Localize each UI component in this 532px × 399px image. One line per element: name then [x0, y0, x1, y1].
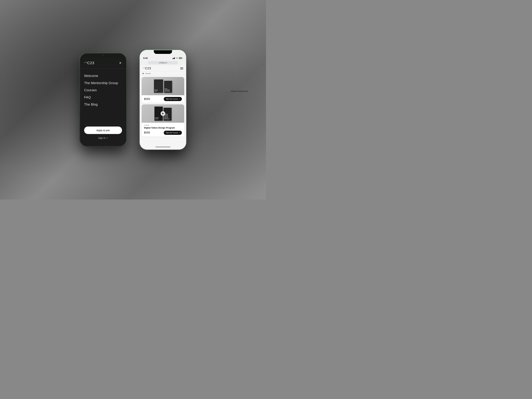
- nav-courses[interactable]: Courses: [84, 87, 122, 93]
- nav-faq[interactable]: FAQ: [84, 94, 122, 101]
- battery-icon: ⚡: [179, 57, 183, 59]
- annotation-label: Mobile breadcrumb: [231, 90, 248, 92]
- nav-divider: [84, 124, 122, 125]
- url-bar[interactable]: c23labs.io: [148, 61, 178, 64]
- main-nav: Welcome The Mentorship Group Courses FAQ…: [80, 69, 126, 122]
- svg-rect-6: [182, 58, 182, 58]
- phone-website: 6:44: [140, 50, 186, 150]
- nav-welcome[interactable]: Welcome: [84, 73, 122, 79]
- take-course-button-1[interactable]: Take the Course ↗: [164, 97, 182, 101]
- week-label: 5 Week: [144, 124, 182, 126]
- apply-to-join-button[interactable]: Apply to join: [84, 127, 122, 134]
- signal-icon: [172, 57, 175, 59]
- scene-container: LabC23 ✕ Welcome The Mentorship Group Co…: [0, 0, 266, 200]
- svg-rect-1: [173, 58, 174, 59]
- camera: [102, 55, 104, 56]
- course-title-2: Digital Tattoo Design Program: [144, 127, 182, 129]
- btn-arrow-icon-1: ↗: [178, 98, 180, 100]
- book-group-1: BLACKGRAY GRAYMASTERSPROGRAM: [154, 79, 172, 93]
- course-list: BLACKGRAY GRAYMASTERSPROGRAM $599 Take t…: [140, 75, 186, 145]
- signin-arrow-icon: ↗: [106, 137, 108, 139]
- nav-mentorship[interactable]: The Mentorship Group: [84, 80, 122, 86]
- status-icons: ⚡: [172, 57, 183, 59]
- power-button: [186, 74, 186, 82]
- home-indicator: [140, 145, 186, 149]
- play-triangle: [162, 113, 164, 114]
- card-footer-1: $599 Take the Course ↗: [144, 97, 182, 101]
- menu-logo: LabC23: [84, 61, 94, 65]
- take-course-button-2[interactable]: Take the Course ↗: [164, 131, 182, 135]
- phone-website-wrapper: 6:44: [140, 50, 186, 150]
- annotation: Mobile breadcrumb: [196, 92, 229, 93]
- card-body-2: 5 Week Digital Tattoo Design Program $59…: [142, 123, 184, 137]
- breadcrumb: Courses: [140, 72, 186, 75]
- course-image-gray-masters: BLACKGRAY GRAYMASTERSPROGRAM: [142, 77, 184, 95]
- svg-rect-0: [172, 58, 173, 59]
- sign-in-link[interactable]: Sign In ↗: [98, 137, 108, 139]
- card-footer-2: $599 Take the Course ↗: [144, 131, 182, 135]
- status-area: 6:44: [140, 50, 186, 60]
- phone-menu-inner: LabC23 ✕ Welcome The Mentorship Group Co…: [80, 57, 126, 146]
- breadcrumb-dot-icon: [143, 73, 144, 74]
- site-nav-bar: LabC23: [140, 65, 186, 72]
- home-bar: [155, 147, 171, 147]
- logo-sup: Lab: [84, 62, 87, 63]
- menu-actions: Apply to join Sign In ↗: [80, 127, 126, 146]
- course-card-gray-masters: BLACKGRAY GRAYMASTERSPROGRAM $599 Take t…: [142, 77, 184, 103]
- site-logo: LabC23: [143, 67, 151, 70]
- course-price-2: $599: [144, 131, 150, 134]
- svg-rect-3: [174, 57, 175, 59]
- course-card-digital-tattoo: TATTOODESIG... 5 WEEKDIGITALTATTOODESIGN…: [142, 104, 184, 137]
- nav-blog[interactable]: The Blog: [84, 101, 122, 108]
- svg-text:⚡: ⚡: [180, 58, 181, 59]
- book-1: BLACKGRAY: [154, 79, 163, 93]
- course-image-digital-tattoo: TATTOODESIG... 5 WEEKDIGITALTATTOODESIGN…: [142, 104, 184, 123]
- status-time: 6:44: [143, 57, 148, 59]
- hamburger-menu-icon[interactable]: [180, 68, 183, 69]
- btn-arrow-icon-2: ↗: [178, 132, 180, 133]
- wifi-icon: [176, 57, 178, 59]
- card-body-1: $599 Take the Course ↗: [142, 95, 184, 103]
- course-price-1: $599: [144, 98, 150, 101]
- svg-rect-2: [174, 58, 174, 59]
- book-2: GRAYMASTERSPROGRAM: [164, 81, 172, 93]
- menu-header: LabC23 ✕: [80, 61, 126, 69]
- phone-menu: LabC23 ✕ Welcome The Mentorship Group Co…: [80, 53, 126, 146]
- play-icon[interactable]: [161, 111, 165, 116]
- close-icon[interactable]: ✕: [118, 61, 122, 65]
- browser-bar: c23labs.io: [140, 60, 186, 65]
- status-bar: 6:44: [140, 55, 186, 60]
